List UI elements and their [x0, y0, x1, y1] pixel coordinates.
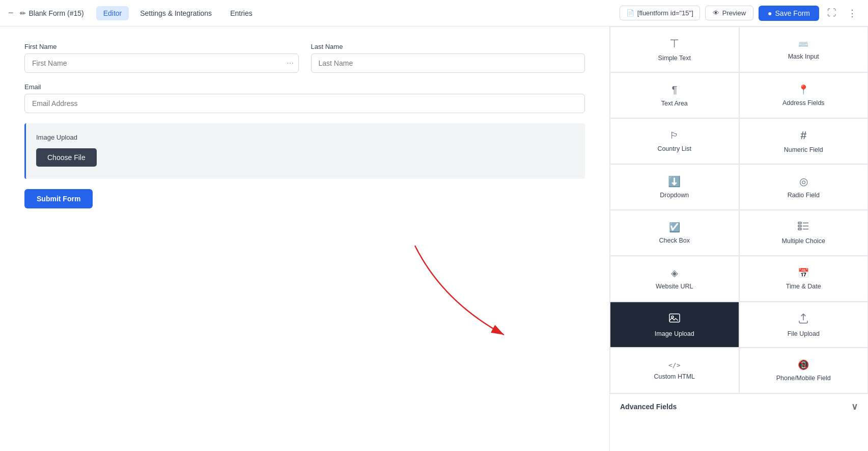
form-area: First Name ⋯ Last Name Email	[0, 26, 609, 451]
first-name-input[interactable]	[24, 54, 299, 73]
fullscreen-icon[interactable]: ⛶	[824, 5, 839, 21]
address-fields-icon: 📍	[798, 84, 809, 95]
first-name-label: First Name	[24, 43, 299, 50]
file-upload-icon	[798, 312, 808, 326]
last-name-field: Last Name	[311, 43, 585, 73]
svg-rect-7	[669, 314, 680, 322]
email-input[interactable]	[24, 94, 585, 113]
text-area-icon: ¶	[671, 84, 677, 96]
panel-item-radio-field[interactable]: ◎ Radio Field	[739, 164, 869, 210]
minimize-icon[interactable]: −	[8, 8, 14, 18]
phone-mobile-label: Phone/Mobile Field	[776, 375, 831, 382]
panel-item-custom-html[interactable]: </> Custom HTML	[610, 348, 739, 393]
email-label: Email	[24, 83, 585, 91]
check-box-icon: ☑️	[669, 222, 680, 233]
panel-item-simple-text[interactable]: ⊤ Simple Text	[610, 26, 739, 72]
image-upload-icon	[669, 312, 680, 326]
panel-item-check-box[interactable]: ☑️ Check Box	[610, 210, 739, 256]
file-upload-label: File Upload	[788, 330, 820, 337]
image-upload-label: Image Upload	[655, 330, 694, 337]
first-name-input-wrapper: ⋯	[24, 54, 299, 73]
name-row: First Name ⋯ Last Name	[24, 43, 585, 73]
mask-input-label: Mask Input	[788, 53, 819, 60]
form-title-container: ✏ Blank Form (#15)	[20, 9, 84, 17]
simple-text-icon: ⊤	[669, 37, 679, 50]
time-date-icon: 📅	[798, 268, 809, 279]
tab-settings[interactable]: Settings & Integrations	[133, 6, 219, 20]
form-title: Blank Form (#15)	[29, 9, 84, 17]
advanced-fields-label: Advanced Fields	[620, 403, 677, 411]
website-url-icon: ◈	[671, 268, 678, 279]
last-name-label: Last Name	[311, 43, 585, 50]
panel-item-country-list[interactable]: 🏳 Country List	[610, 118, 739, 164]
mask-input-icon: ⌨️	[798, 39, 808, 49]
chevron-down-icon: ∨	[851, 401, 858, 412]
numeric-field-icon: #	[800, 129, 806, 142]
multiple-choice-icon	[798, 222, 809, 233]
shortcode-label: [fluentform id="15"]	[637, 9, 693, 17]
svg-rect-1	[798, 222, 801, 224]
pencil-icon: ✏	[20, 9, 26, 17]
panel-item-address-fields[interactable]: 📍 Address Fields	[739, 72, 869, 118]
panel-item-multiple-choice[interactable]: Multiple Choice	[739, 210, 869, 256]
panel-item-text-area[interactable]: ¶ Text Area	[610, 72, 739, 118]
svg-rect-3	[798, 228, 801, 230]
dropdown-icon: ⬇️	[668, 175, 681, 188]
text-area-label: Text Area	[661, 100, 688, 107]
tab-editor[interactable]: Editor	[96, 6, 129, 20]
panel-item-dropdown[interactable]: ⬇️ Dropdown	[610, 164, 739, 210]
simple-text-label: Simple Text	[658, 55, 691, 62]
submit-form-button[interactable]: Submit Form	[24, 189, 93, 208]
country-list-icon: 🏳	[670, 130, 679, 141]
nav-right: 📄 [fluentform id="15"] 👁 Preview ● Save …	[620, 5, 860, 22]
time-date-label: Time & Date	[786, 283, 821, 290]
first-name-field: First Name ⋯	[24, 43, 299, 73]
check-box-label: Check Box	[659, 237, 690, 244]
tab-entries[interactable]: Entries	[223, 6, 260, 20]
email-row: Email	[24, 83, 585, 113]
panel-item-mask-input[interactable]: ⌨️ Mask Input	[739, 26, 869, 72]
last-name-input[interactable]	[311, 54, 585, 73]
radio-field-icon: ◎	[799, 175, 808, 188]
website-url-label: Website URL	[656, 283, 693, 290]
dropdown-label: Dropdown	[660, 192, 689, 199]
preview-button[interactable]: 👁 Preview	[705, 6, 753, 20]
email-field: Email	[24, 83, 585, 113]
svg-rect-2	[798, 225, 801, 227]
custom-html-icon: </>	[668, 361, 680, 369]
panel-item-file-upload[interactable]: File Upload	[739, 302, 869, 348]
country-list-label: Country List	[657, 145, 691, 152]
panel-item-numeric-field[interactable]: # Numeric Field	[739, 118, 869, 164]
radio-field-label: Radio Field	[788, 192, 820, 199]
save-icon: ●	[768, 9, 772, 17]
multiple-choice-label: Multiple Choice	[782, 237, 825, 245]
choose-file-button[interactable]: Choose File	[36, 148, 97, 167]
eye-icon: 👁	[713, 9, 719, 17]
address-fields-label: Address Fields	[782, 99, 825, 107]
custom-html-label: Custom HTML	[654, 373, 695, 380]
panel-item-time-date[interactable]: 📅 Time & Date	[739, 256, 869, 302]
panel-item-phone-mobile[interactable]: 📵 Phone/Mobile Field	[739, 348, 869, 393]
advanced-fields-header[interactable]: Advanced Fields ∨	[610, 393, 868, 419]
shortcode-button[interactable]: 📄 [fluentform id="15"]	[620, 6, 700, 20]
main-layout: First Name ⋯ Last Name Email	[0, 26, 868, 451]
shortcode-icon: 📄	[626, 9, 634, 17]
panel-item-image-upload[interactable]: Image Upload	[610, 302, 739, 348]
first-name-icon: ⋯	[287, 59, 294, 67]
right-panel: ⊤ Simple Text ⌨️ Mask Input ¶ Text Area …	[609, 26, 868, 451]
image-upload-field: Image Upload Choose File	[24, 123, 585, 179]
top-nav: − ✏ Blank Form (#15) Editor Settings & I…	[0, 0, 868, 26]
more-options-icon[interactable]: ⋮	[845, 5, 860, 22]
form-and-panel: First Name ⋯ Last Name Email	[0, 26, 868, 451]
numeric-field-label: Numeric Field	[784, 146, 823, 153]
phone-mobile-icon: 📵	[798, 359, 809, 370]
image-upload-label: Image Upload	[36, 134, 575, 141]
panel-item-website-url[interactable]: ◈ Website URL	[610, 256, 739, 302]
panel-grid: ⊤ Simple Text ⌨️ Mask Input ¶ Text Area …	[610, 26, 868, 393]
save-form-button[interactable]: ● Save Form	[759, 6, 819, 21]
